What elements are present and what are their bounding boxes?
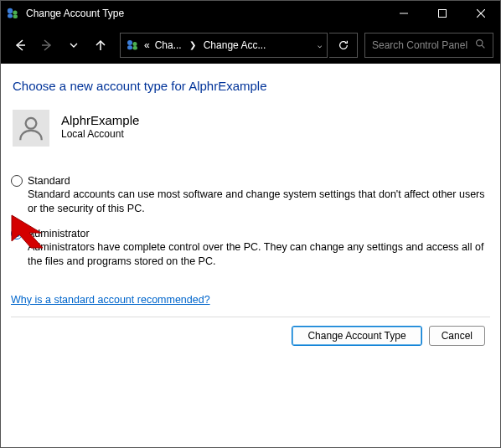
maximize-button[interactable]: [423, 1, 462, 26]
option-administrator-label: Administrator: [28, 228, 90, 239]
svg-point-15: [477, 39, 483, 45]
back-button[interactable]: [8, 33, 33, 58]
svg-point-11: [127, 40, 132, 45]
radio-administrator[interactable]: [11, 228, 23, 239]
avatar: [13, 110, 49, 147]
user-name: AlphrExample: [61, 113, 139, 127]
cancel-button[interactable]: Cancel: [429, 326, 485, 346]
option-administrator[interactable]: Administrator Administrators have comple…: [11, 228, 490, 269]
svg-rect-3: [13, 15, 18, 19]
crumb-1[interactable]: Cha...: [155, 39, 182, 51]
window-title: Change Account Type: [26, 8, 385, 19]
title-bar: Change Account Type: [1, 1, 500, 26]
navigation-bar: « Cha... ❯ Change Acc... ⌵ Search Contro…: [1, 26, 500, 64]
users-icon: [126, 39, 139, 52]
minimize-button[interactable]: [385, 1, 423, 26]
search-icon: [475, 38, 486, 53]
svg-rect-14: [133, 46, 138, 50]
close-button[interactable]: [462, 1, 500, 26]
page-title: Choose a new account type for AlphrExamp…: [11, 79, 490, 93]
user-type: Local Account: [61, 128, 139, 140]
svg-point-0: [8, 8, 13, 13]
forward-button[interactable]: [34, 33, 59, 58]
option-standard-label: Standard: [28, 175, 70, 187]
user-summary: AlphrExample Local Account: [11, 110, 490, 147]
up-button[interactable]: [88, 33, 113, 58]
chevron-down-icon[interactable]: ⌵: [318, 41, 322, 49]
app-icon: [6, 7, 19, 20]
svg-line-16: [482, 45, 484, 48]
search-input[interactable]: Search Control Panel: [364, 33, 493, 58]
chevron-right-icon: ❯: [187, 40, 199, 49]
svg-rect-1: [8, 14, 13, 18]
svg-rect-5: [439, 10, 447, 18]
search-placeholder: Search Control Panel: [372, 39, 467, 51]
help-link[interactable]: Why is a standard account recommended?: [11, 294, 210, 306]
button-row: Change Account Type Cancel: [11, 326, 490, 346]
svg-rect-12: [127, 45, 132, 49]
option-standard-desc: Standard accounts can use most software …: [28, 188, 490, 216]
option-administrator-desc: Administrators have complete control ove…: [28, 240, 490, 269]
svg-point-13: [133, 42, 137, 46]
address-bar[interactable]: « Cha... ❯ Change Acc... ⌵: [120, 33, 328, 58]
recent-dropdown[interactable]: [61, 33, 86, 58]
content-area: Choose a new account type for AlphrExamp…: [1, 64, 500, 346]
divider: [11, 317, 490, 317]
refresh-button[interactable]: [329, 33, 358, 58]
option-standard[interactable]: Standard Standard accounts can use most …: [11, 175, 490, 216]
svg-point-17: [26, 118, 37, 129]
change-account-type-button[interactable]: Change Account Type: [292, 326, 421, 346]
crumb-prefix: «: [144, 39, 150, 51]
radio-standard[interactable]: [11, 175, 23, 187]
crumb-2[interactable]: Change Acc...: [204, 39, 266, 51]
svg-point-2: [13, 10, 17, 14]
